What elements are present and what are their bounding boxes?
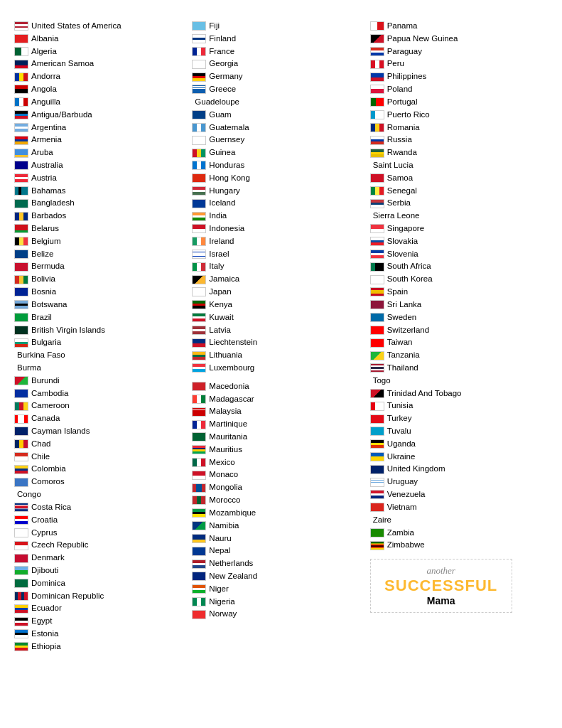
- country-name: Serbia: [387, 197, 411, 210]
- list-item: Algeria: [14, 46, 192, 58]
- country-name: Czech Republic: [31, 539, 89, 552]
- country-flag: [192, 382, 206, 391]
- country-flag: [192, 34, 206, 43]
- country-name: Albania: [31, 33, 58, 46]
- country-flag: [14, 275, 28, 284]
- country-flag: [14, 237, 28, 246]
- country-name: British Virgin Islands: [31, 324, 105, 337]
- country-flag: [192, 237, 206, 246]
- country-name: Egypt: [31, 615, 52, 628]
- country-flag: [192, 73, 206, 82]
- country-flag: [14, 186, 28, 196]
- list-item: Spain: [370, 286, 548, 299]
- country-name: Zimbabwe: [387, 539, 425, 552]
- country-flag: [14, 47, 28, 56]
- list-item: Netherlands: [192, 557, 369, 570]
- country-name: Sierra Leone: [373, 210, 420, 223]
- list-item: Samoa: [370, 172, 548, 185]
- country-flag: [370, 85, 384, 94]
- list-item: Anguilla: [14, 96, 192, 109]
- footer-line2: SUCCESSFUL: [384, 577, 497, 595]
- country-name: Morocco: [209, 494, 240, 507]
- list-item: Bolivia: [14, 273, 192, 286]
- country-flag: [370, 186, 384, 196]
- country-name: Bermuda: [31, 260, 65, 273]
- country-flag: [192, 572, 206, 581]
- country-flag: [370, 73, 384, 82]
- list-item: Guinea: [192, 146, 369, 159]
- list-item: Madagascar: [192, 393, 369, 406]
- country-flag: [370, 149, 384, 158]
- list-item: Romania: [370, 122, 548, 134]
- country-name: India: [209, 210, 227, 223]
- list-item: Sri Lanka: [370, 299, 548, 311]
- country-name: United States of America: [31, 20, 121, 33]
- country-name: Panama: [387, 20, 418, 33]
- list-item: Cambodia: [14, 387, 192, 400]
- country-flag: [370, 237, 384, 246]
- country-flag: [14, 427, 28, 436]
- country-name: Kuwait: [209, 311, 234, 324]
- country-flag: [192, 351, 206, 360]
- country-name: Samoa: [387, 172, 413, 185]
- country-flag: [370, 47, 384, 56]
- list-item: Morocco: [192, 494, 369, 507]
- country-name: South Korea: [387, 273, 433, 286]
- country-flag: [14, 478, 28, 487]
- list-item: Belarus: [14, 223, 192, 235]
- country-flag: [192, 458, 206, 467]
- country-flag: [14, 402, 28, 411]
- country-flag: [370, 351, 384, 360]
- country-flag: [14, 149, 28, 158]
- list-item: Comoros: [14, 476, 192, 488]
- list-item: Bahamas: [14, 185, 192, 198]
- list-item: Tuvalu: [370, 425, 548, 438]
- country-flag: [14, 592, 28, 601]
- list-item: Cameroon: [14, 400, 192, 412]
- list-item: Chad: [14, 438, 192, 451]
- country-name: Trinidad And Tobago: [387, 387, 462, 400]
- list-item: Singapore: [370, 223, 548, 235]
- country-name: Togo: [373, 375, 391, 387]
- list-item: Argentina: [14, 122, 192, 134]
- country-name: Congo: [17, 488, 41, 501]
- country-flag: [370, 173, 384, 183]
- list-item: American Samoa: [14, 58, 192, 70]
- list-item: Tunisia: [370, 400, 548, 412]
- list-item: Liechtenstein: [192, 336, 369, 349]
- list-item: Burma: [14, 362, 192, 375]
- list-item: Russia: [370, 134, 548, 146]
- country-name: Cameroon: [31, 400, 70, 412]
- column-2: FijiFinlandFranceGeorgiaGermanyGreeceGua…: [192, 20, 369, 621]
- country-name: Vietnam: [387, 501, 417, 514]
- list-item: Belgium: [14, 235, 192, 248]
- list-item: Slovakia: [370, 235, 548, 248]
- country-name: Georgia: [209, 58, 238, 70]
- list-item: Nauru: [192, 532, 369, 545]
- country-flag: [192, 186, 206, 196]
- country-flag: [192, 161, 206, 170]
- list-item: Germany: [192, 70, 369, 83]
- country-name: Saint Lucia: [373, 159, 414, 172]
- country-name: Namibia: [209, 520, 239, 532]
- list-item: British Virgin Islands: [14, 324, 192, 337]
- country-flag: [14, 465, 28, 474]
- country-flag: [192, 407, 206, 417]
- country-name: Zaire: [373, 514, 391, 527]
- list-item: Niger: [192, 583, 369, 596]
- country-name: Armenia: [31, 134, 62, 146]
- country-flag: [192, 262, 206, 272]
- country-flag: [14, 34, 28, 43]
- list-item: Togo: [370, 375, 548, 387]
- country-name: Zambia: [387, 527, 414, 540]
- country-flag: [14, 250, 28, 259]
- country-flag: [370, 389, 384, 398]
- country-flag: [14, 554, 28, 563]
- list-item: New Zealand: [192, 570, 369, 583]
- list-item: Cyprus: [14, 527, 192, 540]
- country-name: Ethiopia: [31, 641, 61, 653]
- country-name: Mexico: [209, 456, 234, 469]
- list-item: Namibia: [192, 520, 369, 532]
- country-flag: [14, 262, 28, 272]
- country-name: Guernsey: [209, 134, 244, 146]
